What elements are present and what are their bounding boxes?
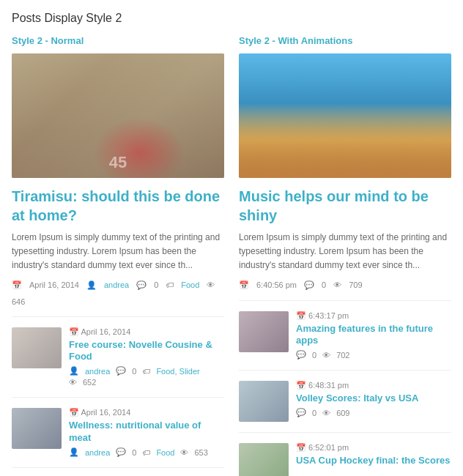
- views-r1: 702: [336, 351, 349, 360]
- small-thumb-right-1: [239, 311, 289, 352]
- views-r2: 609: [336, 409, 349, 417]
- comments-s2: 0: [132, 448, 136, 457]
- date-text-r1: 6:43:17 pm: [308, 311, 349, 320]
- date-text-r2: 6:48:31 pm: [308, 381, 349, 390]
- small-meta-right-2: 💬 0 👁 609: [296, 408, 451, 417]
- column-left-label: Style 2 - Normal: [12, 35, 224, 46]
- date-text-r3: 6:52:01 pm: [308, 443, 349, 452]
- thumb-img-skateboard: [12, 327, 62, 368]
- featured-meta-right: 📅 6:40:56 pm 💬 0 👁 709: [239, 280, 451, 290]
- views-s2: 653: [194, 448, 207, 457]
- featured-title-right[interactable]: Music helps our mind to be shiny: [239, 187, 451, 225]
- views-s1: 652: [83, 378, 96, 387]
- calendar-icon-right: 📅: [239, 280, 249, 290]
- divider-right-3: [239, 432, 451, 433]
- eye-icon-left: 👁: [207, 280, 215, 289]
- small-post-content-right-2: 📅 6:48:31 pm Volley Scores: Italy vs USA…: [296, 381, 451, 422]
- cal-icon-r2: 📅: [296, 381, 306, 390]
- small-thumb-left-2: [12, 408, 62, 449]
- small-post-left-2: 📅 April 16, 2014 Wellness: nutritional v…: [12, 408, 224, 457]
- small-post-right-3: 📅 6:52:01 pm USA Cup Hockey final: the S…: [239, 443, 451, 476]
- thumb-img-apps: [239, 311, 289, 352]
- tag-icon-s1: 🏷: [142, 367, 150, 376]
- comment-icon-s2: 💬: [116, 447, 126, 457]
- small-meta-left-2: 👤 andrea 💬 0 🏷 Food 👁 653: [69, 447, 224, 457]
- small-meta-views-left-1: 👁 652: [69, 378, 224, 387]
- small-date-right-3: 📅 6:52:01 pm: [296, 443, 451, 453]
- comment-icon-r1: 💬: [296, 350, 306, 360]
- small-meta-left-1: 👤 andrea 💬 0 🏷 Food, Slider: [69, 366, 224, 376]
- eye-icon-r2: 👁: [322, 409, 330, 417]
- featured-date-left: April 16, 2014: [29, 280, 79, 289]
- eye-icon-s1: 👁: [69, 378, 77, 387]
- thumb-img-volleyball: [239, 381, 289, 422]
- featured-post-right: Music helps our mind to be shiny Lorem I…: [239, 53, 451, 290]
- small-thumb-left-1: [12, 327, 62, 368]
- comments-s1: 0: [132, 367, 136, 376]
- tag-icon-s2: 🏷: [142, 448, 150, 457]
- small-date-left-1: 📅 April 16, 2014: [69, 327, 224, 337]
- featured-title-left[interactable]: Tiramisu: should this be done at home?: [12, 187, 224, 225]
- divider-right-2: [239, 370, 451, 371]
- comment-icon-right: 💬: [304, 280, 314, 290]
- small-post-right-2: 📅 6:48:31 pm Volley Scores: Italy vs USA…: [239, 381, 451, 422]
- cal-icon-r1: 📅: [296, 311, 306, 320]
- thumb-img-hockey: [239, 443, 289, 476]
- comments-r1: 0: [312, 351, 316, 360]
- featured-comments-left: 0: [154, 280, 158, 289]
- small-title-right-3[interactable]: USA Cup Hockey final: the Scores: [296, 455, 451, 467]
- divider-left-1: [12, 316, 224, 317]
- featured-tag-left[interactable]: Food: [181, 280, 199, 289]
- tag-s2[interactable]: Food: [156, 448, 174, 457]
- small-thumb-right-2: [239, 381, 289, 422]
- column-right: Style 2 - With Animations Music helps ou…: [239, 35, 451, 476]
- cal-icon-r3: 📅: [296, 443, 306, 452]
- tag-icon-left: 🏷: [166, 280, 174, 289]
- small-post-content-right-3: 📅 6:52:01 pm USA Cup Hockey final: the S…: [296, 443, 451, 476]
- small-date-right-1: 📅 6:43:17 pm: [296, 311, 451, 321]
- featured-author-left[interactable]: andrea: [104, 280, 129, 289]
- small-title-right-2[interactable]: Volley Scores: Italy vs USA: [296, 393, 451, 405]
- small-title-left-1[interactable]: Free course: Novelle Cousine & Food: [69, 339, 224, 364]
- small-title-right-1[interactable]: Amazing features in the future apps: [296, 323, 451, 348]
- small-post-left-1: 📅 April 16, 2014 Free course: Novelle Co…: [12, 327, 224, 387]
- featured-meta-left: 📅 April 16, 2014 👤 andrea 💬 0 🏷 Food 👁 6…: [12, 280, 224, 306]
- featured-image-right: [239, 53, 451, 178]
- small-date-right-2: 📅 6:48:31 pm: [296, 381, 451, 390]
- featured-date-right: 6:40:56 pm: [256, 280, 297, 289]
- small-date-left-2: 📅 April 16, 2014: [69, 408, 224, 417]
- divider-left-3: [12, 467, 224, 468]
- featured-comments-right: 0: [322, 280, 326, 289]
- divider-right-1: [239, 300, 451, 301]
- cal-icon-s2: 📅: [69, 408, 79, 417]
- featured-excerpt-left: Lorem Ipsum is simply dummy text of the …: [12, 231, 224, 273]
- comment-icon-s1: 💬: [116, 366, 126, 376]
- featured-image-left: [12, 53, 224, 178]
- small-title-left-2[interactable]: Wellness: nutritional value of meat: [69, 420, 224, 445]
- featured-excerpt-right: Lorem Ipsum is simply dummy text of the …: [239, 231, 451, 273]
- date-text-s1: April 16, 2014: [81, 327, 130, 336]
- author-s2[interactable]: andrea: [85, 448, 110, 457]
- featured-views-right: 709: [349, 280, 362, 289]
- small-post-content-right-1: 📅 6:43:17 pm Amazing features in the fut…: [296, 311, 451, 360]
- user-icon-s2: 👤: [69, 447, 79, 457]
- small-post-content-left-2: 📅 April 16, 2014 Wellness: nutritional v…: [69, 408, 224, 457]
- column-left: Style 2 - Normal Tiramisu: should this b…: [12, 35, 224, 476]
- featured-views-left: 646: [12, 297, 25, 306]
- date-text-s2: April 16, 2014: [81, 408, 130, 417]
- user-icon-left: 👤: [86, 280, 97, 290]
- column-right-label: Style 2 - With Animations: [239, 35, 451, 46]
- eye-icon-right: 👁: [333, 280, 341, 289]
- author-s1[interactable]: andrea: [85, 367, 110, 376]
- tags-s1[interactable]: Food, Slider: [156, 367, 199, 376]
- small-thumb-right-3: [239, 443, 289, 476]
- small-meta-right-1: 💬 0 👁 702: [296, 350, 451, 360]
- comment-icon-left: 💬: [136, 280, 147, 290]
- comment-icon-r2: 💬: [296, 408, 306, 417]
- thumb-img-cable-car: [12, 408, 62, 449]
- cal-icon-s1: 📅: [69, 327, 79, 336]
- columns-container: Style 2 - Normal Tiramisu: should this b…: [12, 35, 451, 476]
- eye-icon-s2: 👁: [180, 448, 188, 457]
- divider-left-2: [12, 397, 224, 398]
- user-icon-s1: 👤: [69, 366, 79, 376]
